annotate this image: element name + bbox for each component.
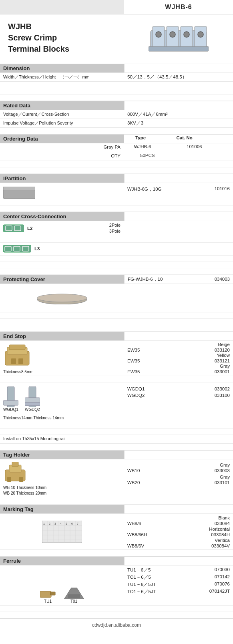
cover-header-row: Protecting Cover FG-WJHB-6，10 034003 <box>0 275 233 284</box>
tag-holder-data: Gray WB10 033003 Gray WB20 033101 <box>124 459 233 498</box>
cross-conn-l3-left: L3 <box>0 243 124 255</box>
tag-holder-row2-catno: 033101 <box>215 480 230 485</box>
install-label: Install on Th35x15 Mounting rail <box>0 435 124 443</box>
svg-rect-10 <box>3 190 35 199</box>
ferrule-label: Ferrule <box>0 557 124 565</box>
tag-holder-gray2: Gray <box>220 475 230 479</box>
svg-rect-34 <box>7 477 11 482</box>
cross-conn-l2-image <box>3 224 24 233</box>
ordering-row2-type: 50PCS <box>139 152 219 159</box>
ferrule-row1-catno: 070030 <box>215 567 230 573</box>
header-model: WJHB-6 <box>124 0 233 14</box>
ordering-row1-type: WJHB-6 <box>133 143 185 150</box>
end-stop-row3-type: EW35 <box>127 369 140 374</box>
rated-data-section: Rated Data Voltage／Current／Cross-Section… <box>0 101 233 135</box>
end-stop-header-row: End Stop <box>0 332 233 341</box>
end-stop-row1-catno: 033120 <box>215 348 230 352</box>
svg-point-20 <box>37 294 87 302</box>
marking-tag-img-row: 1 2 3 4 5 6 7 Blank WB8/6 033084 <box>0 514 233 550</box>
partition-header-row: IPartition <box>0 174 233 183</box>
svg-text:1: 1 <box>43 522 45 525</box>
tag-holder-row1-type: WB10 <box>127 468 140 473</box>
wgdq2-catno: 033100 <box>215 393 230 398</box>
cross-conn-2pole: 2Pole <box>109 222 121 228</box>
tag-holder-img-area: WB 10 Thickness 10mm WB 20 Thickness 20m… <box>0 459 124 498</box>
ordering-row2-right: 50PCS <box>124 152 233 161</box>
cross-connection-section: Center Cross-Connection L2 2Pole 3Pole <box>0 212 233 275</box>
svg-rect-24 <box>11 358 16 364</box>
cross-conn-l2-left: L2 2Pole 3Pole <box>0 221 124 236</box>
wgdq-img-area: WGDQ1 WGDQ2 Thickness14mm Thickness 14mm <box>0 382 124 422</box>
install-row: Install on Th35x15 Mounting rail <box>0 435 233 444</box>
dimension-row1: Width／Thickness／Height （￢／￢）mm 50／13．5／（… <box>0 73 233 82</box>
marking-row2-type: WB8/66H <box>127 532 147 537</box>
end-stop-label: End Stop <box>0 332 124 340</box>
partition-data: WJHB-6G，10G 101016 <box>124 183 233 205</box>
ordering-row1-right: WJHB-6 101006 <box>124 143 233 152</box>
marking-row3-type: WB8/6V <box>127 543 144 548</box>
tag-holder-row1-catno: 033003 <box>215 468 230 473</box>
end-stop-img-row: Thickness8.5mm Beige EW35 033120 Yellow … <box>0 341 233 376</box>
dimension-label: Dimension <box>0 64 124 72</box>
marking-veritica: Veritica <box>215 538 230 543</box>
ferrule-tu1-label: TU1 <box>44 599 52 604</box>
cover-img-row <box>0 284 233 312</box>
marking-tag-header-row: Marking Tag <box>0 505 233 514</box>
marking-horizontal: Horizontal <box>209 527 230 531</box>
dimension-header-row: Dimension <box>0 64 233 73</box>
svg-point-7 <box>184 32 189 37</box>
wgdq-data: WGDQ1 033002 WGDQ2 033100 <box>124 382 233 422</box>
svg-text:5: 5 <box>66 522 67 525</box>
wgdq-img-row: WGDQ1 WGDQ2 Thickness14mm Thickness 14mm <box>0 382 233 422</box>
partition-image <box>3 187 35 202</box>
partition-img-row: WJHB-6G，10G 101016 <box>0 183 233 205</box>
ferrule-section: Ferrule TU1 T01 <box>0 557 233 619</box>
ordering-row2: QTY 50PCS <box>0 152 233 161</box>
cross-conn-label: Center Cross-Connection <box>0 212 124 221</box>
cross-conn-l3-row: L3 <box>0 243 233 256</box>
wgdq1-item: WGDQ1 <box>3 386 18 412</box>
rated-data-label: Rated Data <box>0 101 124 110</box>
wgdq2-image <box>25 386 40 407</box>
ferrule-img-row: TU1 T01 TU1－6／5 070030 TO1－6／5 070 <box>0 566 233 606</box>
end-stop-image <box>3 343 31 367</box>
ordering-col-catno: Cat. No <box>175 135 233 141</box>
tag-holder-img-row: WB 10 Thickness 10mm WB 20 Thickness 20m… <box>0 459 233 498</box>
cover-image <box>36 292 88 304</box>
rated-row2: Impulse Voltage／Pollution Severity 3KV／3 <box>0 119 233 128</box>
svg-rect-11 <box>3 187 35 191</box>
cross-conn-l2-row: L2 2Pole 3Pole <box>0 221 233 236</box>
product-image <box>149 18 209 56</box>
rated-data-header-row: Rated Data <box>0 101 233 110</box>
page: WJHB-6 WJHB Screw Crimp Terminal Blocks <box>0 0 233 631</box>
rated-row1-label: Voltage／Current／Cross-Section <box>0 110 124 119</box>
ordering-col-type: Type <box>134 135 175 141</box>
marking-tag-data: Blank WB8/6 033084 Horizontal WB8/66H 03… <box>124 514 233 549</box>
title-area: WJHB Screw Crimp Terminal Blocks <box>0 14 124 60</box>
svg-text:3: 3 <box>54 522 56 525</box>
ferrule-data: TU1－6／5 070030 TO1－6／5 070142 TU1－6／5JT … <box>124 566 233 605</box>
product-image-area <box>124 14 233 60</box>
cross-conn-l3-right <box>124 243 233 255</box>
cross-conn-3pole: 3Pole <box>109 228 121 234</box>
marking-tag-img-area: 1 2 3 4 5 6 7 <box>0 514 124 549</box>
rated-row1: Voltage／Current／Cross-Section 800V／41A／6… <box>0 110 233 119</box>
marking-row2-catno: 033084H <box>211 532 230 537</box>
ferrule-tu1-image <box>40 588 56 599</box>
ferrule-row3-catno: 070076 <box>215 582 230 588</box>
rated-row2-label: Impulse Voltage／Pollution Severity <box>0 119 124 127</box>
marking-row1-catno: 033084 <box>215 521 230 526</box>
svg-text:2: 2 <box>49 522 50 525</box>
svg-text:7: 7 <box>77 522 78 525</box>
partition-section: IPartition WJHB-6G，10G 101016 <box>0 174 233 212</box>
protecting-cover-section: Protecting Cover FG-WJHB-6，10 034003 <box>0 275 233 332</box>
header: WJHB-6 <box>0 0 233 14</box>
end-stop-beige: Beige <box>212 342 230 347</box>
cross-conn-l2-right <box>124 221 233 236</box>
svg-text:4: 4 <box>60 522 62 525</box>
marking-tag-image: 1 2 3 4 5 6 7 <box>42 521 82 543</box>
ordering-header-row: Ordering Data Type Cat. No <box>0 135 233 143</box>
ferrule-to1-image <box>64 586 84 599</box>
svg-rect-33 <box>12 462 18 467</box>
tag-holder-gray1: Gray <box>220 463 230 467</box>
